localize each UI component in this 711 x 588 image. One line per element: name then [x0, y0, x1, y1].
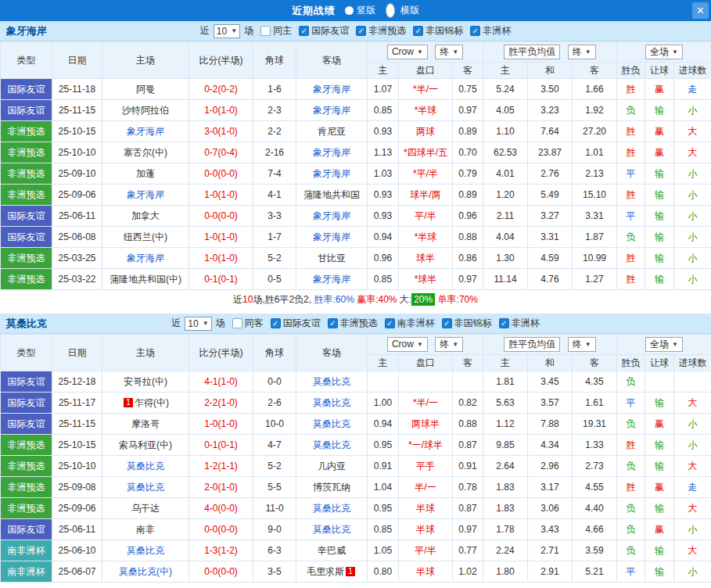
layout-option-2[interactable]: 横版: [383, 3, 419, 18]
checkbox-icon[interactable]: ✓: [470, 26, 480, 36]
team-link[interactable]: 乌干达: [131, 503, 160, 514]
scope-select[interactable]: 全场▼: [645, 45, 683, 59]
away-team-cell: 象牙海岸: [296, 79, 368, 100]
checkbox-icon[interactable]: ✓: [442, 318, 452, 328]
home-odds-cell: 0.85: [368, 519, 399, 540]
score-cell: 0-2(0-2): [189, 79, 253, 100]
team-link[interactable]: 象牙海岸: [313, 105, 350, 116]
team-link[interactable]: 博茨瓦纳: [313, 482, 350, 493]
team-link[interactable]: 摩洛哥: [131, 418, 160, 429]
team-link[interactable]: 莫桑比克: [127, 461, 164, 471]
team-link[interactable]: 象牙海岸: [313, 210, 350, 221]
recent-count-select[interactable]: 10▼: [214, 24, 240, 38]
filter-checkbox-国际友谊[interactable]: ✓国际友谊: [299, 24, 349, 38]
team-link[interactable]: 莫桑比克: [313, 397, 350, 408]
layout-option-1[interactable]: 竖版: [345, 4, 375, 17]
team-link[interactable]: 蒲隆地共和国: [303, 189, 360, 200]
team-link[interactable]: 莫桑比克: [313, 524, 350, 535]
chevron-down-icon: ▼: [417, 341, 423, 348]
filter-checkbox-非国锦标[interactable]: ✓非国锦标: [442, 317, 492, 330]
team-link[interactable]: 几内亚: [318, 461, 346, 471]
team-link[interactable]: 象牙海岸: [127, 189, 164, 200]
filter-checkbox-非洲预选[interactable]: ✓非洲预选: [328, 317, 378, 330]
chevron-down-icon: ▼: [452, 48, 458, 56]
avg-lose-cell: 27.20: [573, 121, 617, 142]
match-row: 国际友谊25-06-11加拿大0-0(0-0)3-3象牙海岸0.93平/半0.9…: [1, 206, 711, 227]
checkbox-icon[interactable]: ✓: [328, 318, 338, 328]
team-link[interactable]: 毛里求斯: [307, 566, 344, 577]
odds-final-select[interactable]: 终▼: [568, 45, 596, 59]
checkbox-icon[interactable]: ✓: [356, 26, 366, 36]
team-link[interactable]: 莫桑比克: [313, 439, 350, 450]
team-link[interactable]: 加拿大: [131, 210, 160, 221]
checkbox-icon[interactable]: ✓: [385, 318, 395, 328]
radio-icon[interactable]: [386, 3, 395, 18]
match-row: 非洲预选25-10-15象牙海岸3-0(1-0)2-2肯尼亚0.93两球0.89…: [1, 121, 711, 142]
team-link[interactable]: 沙特阿拉伯: [122, 105, 169, 116]
corner-cell: 10-0: [253, 414, 296, 435]
home-odds-cell: 0.80: [368, 561, 399, 583]
checkbox-icon[interactable]: ✓: [271, 318, 281, 328]
bookmaker-select[interactable]: Crow▼: [387, 337, 428, 352]
filter-checkbox-非洲预选[interactable]: ✓非洲预选: [356, 24, 406, 38]
team-link[interactable]: 肯尼亚: [318, 126, 346, 137]
goals-cell: 走: [674, 477, 711, 498]
filter-checkbox-同主[interactable]: 同主: [260, 24, 292, 38]
team-link[interactable]: 加蓬: [136, 168, 155, 179]
bookmaker-select[interactable]: Crow▼: [387, 45, 428, 59]
team-link[interactable]: 莫桑比克: [313, 503, 350, 514]
team-link[interactable]: 莫桑比克: [313, 376, 350, 387]
scope-select[interactable]: 全场▼: [645, 337, 683, 352]
odds-avg-select[interactable]: 胜平负均值: [504, 337, 560, 352]
home-odds-cell: 0.94: [368, 414, 399, 435]
checkbox-icon[interactable]: ✓: [413, 26, 423, 36]
team-link[interactable]: 莫桑比克: [313, 418, 350, 429]
team-link[interactable]: 象牙海岸: [313, 274, 350, 285]
team-link[interactable]: 象牙海岸: [313, 147, 350, 158]
recent-count-select[interactable]: 10▼: [185, 317, 211, 331]
match-row: 非洲预选25-03-22蒲隆地共和国(中)0-1(0-1)0-5象牙海岸0.85…: [1, 269, 711, 290]
layout-toggle: 竖版横版: [345, 3, 419, 18]
filter-checkbox-南非洲杯[interactable]: ✓南非洲杯: [385, 317, 435, 330]
team-link[interactable]: 纽西兰(中): [124, 231, 167, 242]
team-link[interactable]: 塞舌尔(中): [124, 147, 167, 158]
team-link[interactable]: 甘比亚: [318, 253, 346, 264]
odds-final-select[interactable]: 终▼: [568, 337, 596, 352]
team-link[interactable]: 莫桑比克(中): [119, 566, 172, 577]
team-link[interactable]: 乍得(中): [135, 397, 169, 408]
filter-checkbox-非洲杯[interactable]: ✓非洲杯: [470, 24, 511, 38]
team-link[interactable]: 象牙海岸: [313, 168, 350, 179]
match-row: 非洲预选25-10-10莫桑比克1-2(1-1)5-2几内亚0.91平手0.91…: [1, 456, 711, 477]
checkbox-icon[interactable]: [232, 318, 242, 328]
home-team-cell: 索马利亚(中): [102, 435, 189, 456]
team-link[interactable]: 莫桑比克: [127, 482, 164, 493]
filter-checkbox-非国锦标[interactable]: ✓非国锦标: [413, 24, 463, 38]
team-link[interactable]: 象牙海岸: [313, 84, 350, 95]
checkbox-icon[interactable]: ✓: [299, 26, 309, 36]
odds-avg-select[interactable]: 胜平负均值: [504, 45, 560, 59]
team-link[interactable]: 蒲隆地共和国(中): [110, 274, 181, 285]
team-link[interactable]: 象牙海岸: [127, 253, 164, 264]
filter-checkbox-非洲杯[interactable]: ✓非洲杯: [499, 317, 540, 330]
match-row: 国际友谊25-06-11南非0-0(0-0)9-0莫桑比克0.85半球0.971…: [1, 519, 711, 540]
avg-draw-cell: 4.59: [528, 248, 573, 269]
team-link[interactable]: 阿曼: [136, 84, 155, 95]
handicap-final-select[interactable]: 终▼: [435, 337, 463, 352]
team-link[interactable]: 索马利亚(中): [119, 439, 172, 450]
team-link[interactable]: 莫桑比克: [127, 545, 164, 556]
team-link[interactable]: 象牙海岸: [127, 126, 164, 137]
team-link[interactable]: 南非: [136, 524, 155, 535]
type-badge-cell: 非洲预选: [1, 185, 52, 206]
checkbox-icon[interactable]: [260, 26, 271, 36]
filter-checkbox-国际友谊[interactable]: ✓国际友谊: [271, 317, 321, 330]
checkbox-label: 非洲预选: [340, 317, 378, 330]
close-button[interactable]: ✕: [692, 2, 709, 19]
radio-icon[interactable]: [345, 6, 354, 15]
col-avg-draw: 和: [528, 355, 573, 371]
checkbox-icon[interactable]: ✓: [499, 318, 509, 328]
team-link[interactable]: 象牙海岸: [313, 231, 350, 242]
filter-checkbox-同客[interactable]: 同客: [232, 317, 264, 330]
team-link[interactable]: 安哥拉(中): [124, 376, 167, 387]
handicap-final-select[interactable]: 终▼: [435, 45, 463, 59]
team-link[interactable]: 辛巴威: [318, 545, 346, 556]
